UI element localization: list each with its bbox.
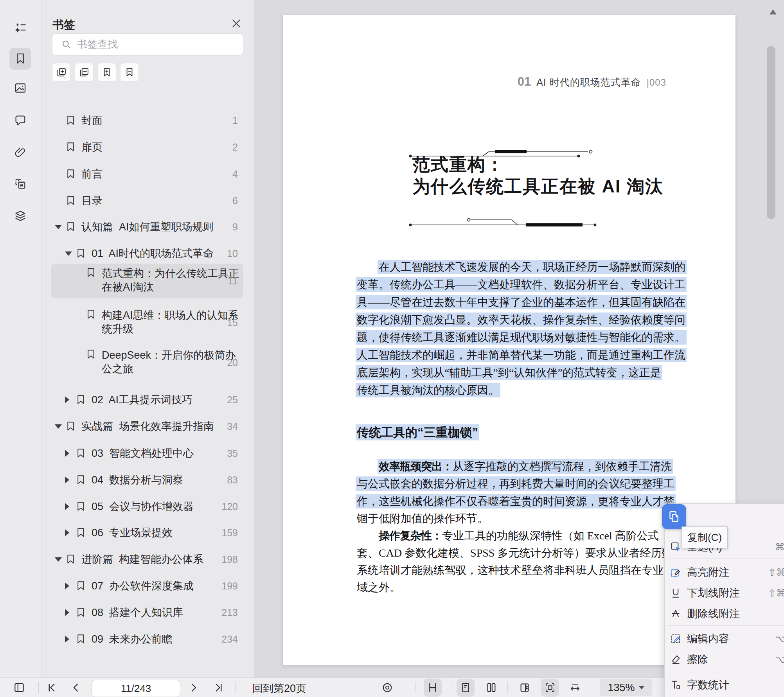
disclosure-right-icon[interactable] xyxy=(65,609,69,616)
bookmark-page-number: 120 xyxy=(221,501,238,512)
bookmark-item[interactable]: 04 数据分析与洞察83 xyxy=(41,471,254,489)
text-line: 变革。传统办公工具——文档处理软件、数据分析平台、专业设计工 xyxy=(357,277,685,292)
two-page-icon[interactable] xyxy=(482,679,500,697)
fit-screen-icon[interactable] xyxy=(541,679,559,697)
view-mode-icon[interactable] xyxy=(378,679,396,697)
bookmark-item[interactable]: 08 搭建个人知识库213 xyxy=(41,603,254,622)
zoom-control[interactable]: 135% xyxy=(600,679,652,696)
copy-tooltip[interactable]: 复制(C) xyxy=(682,526,728,548)
bookmark-item[interactable]: 范式重构：为什么传统工具正 在被AI淘汰11 xyxy=(41,264,254,298)
bookmark-item[interactable]: 目录6 xyxy=(41,191,254,210)
bookmark-label: 进阶篇 构建智能办公体系 xyxy=(81,553,203,566)
bookmark-item[interactable]: 前言4 xyxy=(41,165,254,183)
bookmark-page-number: 15 xyxy=(227,317,238,329)
bookmark-icon xyxy=(85,348,97,361)
bookmark-item[interactable]: 封面1 xyxy=(41,111,254,130)
bookmark-label: 06 专业场景提效 xyxy=(92,526,173,540)
single-page-icon[interactable] xyxy=(457,679,475,697)
rail-comments-icon[interactable] xyxy=(9,110,31,131)
bookmark-label: 认知篇 AI如何重塑职场规则 xyxy=(81,220,214,234)
bookmark-item[interactable]: 认知篇 AI如何重塑职场规则9 xyxy=(41,217,254,236)
text-line: 数字化浪潮下愈发凸显。效率天花板、操作复杂性、经验依赖度等问 xyxy=(357,313,685,327)
bookmark-item[interactable]: 03 智能文档处理中心35 xyxy=(41,444,254,463)
bookmark-item[interactable]: 05 会议与协作增效器120 xyxy=(41,497,254,516)
disclosure-right-icon[interactable] xyxy=(65,476,69,483)
next-page-icon[interactable] xyxy=(185,679,203,697)
copy-button[interactable] xyxy=(662,504,686,529)
bookmark-search[interactable] xyxy=(52,33,243,56)
bookmark-item[interactable]: DeepSeek：开启你的极简办 公之旅20 xyxy=(41,345,254,380)
bookmark-icon xyxy=(65,115,76,128)
thumbnail-panel-icon[interactable] xyxy=(516,679,534,697)
search-icon xyxy=(61,39,72,50)
bookmark-label: 封面 xyxy=(81,114,102,128)
menu-item-erase[interactable]: 擦除⌥E xyxy=(665,650,784,669)
menu-item-word-count[interactable]: 字数统计 xyxy=(665,675,784,695)
rail-images-icon[interactable] xyxy=(9,77,31,99)
document-title-line2: 为什么传统工具正在被 AI 淘汰 xyxy=(412,175,664,198)
close-icon[interactable] xyxy=(228,16,244,31)
last-page-icon[interactable] xyxy=(210,679,228,697)
menu-item-edit-content[interactable]: 编辑内容⌥W xyxy=(665,629,784,648)
left-icon-rail xyxy=(0,0,41,677)
rail-bookmarks-icon[interactable] xyxy=(9,48,31,70)
expand-all-button[interactable] xyxy=(52,63,71,82)
bookmark-item[interactable]: 09 未来办公前瞻234 xyxy=(41,630,254,648)
fit-width-icon[interactable] xyxy=(566,679,584,697)
disclosure-down-icon[interactable] xyxy=(55,557,62,562)
first-page-icon[interactable] xyxy=(43,679,61,697)
bookmark-icon xyxy=(85,309,97,322)
menu-item-strikeout[interactable]: 删除线附注 xyxy=(665,604,784,623)
bookmark-icon xyxy=(75,580,86,593)
disclosure-down-icon[interactable] xyxy=(55,424,62,429)
scroll-up-icon[interactable] xyxy=(770,9,777,14)
bookmark-icon xyxy=(65,420,76,433)
menu-item-label: 高亮附注 xyxy=(687,565,729,579)
menu-item-highlight[interactable]: 高亮附注⇧⌘H xyxy=(665,562,784,582)
rail-page-snapshot-icon[interactable] xyxy=(9,173,31,195)
bookmark-item[interactable]: 06 专业场景提效159 xyxy=(41,523,254,542)
bookmark-item[interactable]: 构建AI思维：职场人的认知系 统升级15 xyxy=(41,305,254,340)
text-line: 锢于低附加值的操作环节。 xyxy=(357,511,488,526)
sidebar-toggle-icon[interactable] xyxy=(10,679,28,697)
scrollbar-thumb[interactable] xyxy=(767,46,775,219)
continuous-scroll-icon[interactable] xyxy=(424,679,442,697)
disclosure-right-icon[interactable] xyxy=(65,450,69,457)
bookmark-page-number: 10 xyxy=(227,248,238,259)
disclosure-down-icon[interactable] xyxy=(65,251,72,256)
menu-divider xyxy=(668,625,784,626)
bookmark-icon xyxy=(75,501,86,514)
chapter-number: 01 xyxy=(518,75,531,89)
disclosure-right-icon[interactable] xyxy=(65,396,69,403)
bookmark-label: 05 会议与协作增效器 xyxy=(92,500,194,514)
disclosure-right-icon[interactable] xyxy=(65,582,69,589)
disclosure-right-icon[interactable] xyxy=(65,636,69,643)
rail-ai-tools-icon[interactable] xyxy=(9,16,31,38)
search-input[interactable] xyxy=(76,38,227,51)
add-bookmark-button[interactable] xyxy=(97,63,116,82)
text-line: 具——尽管在过去数十年中支撑了企业的基本运作，但其固有缺陷在 xyxy=(357,295,685,310)
bookmark-item[interactable]: 02 AI工具提示词技巧25 xyxy=(41,390,254,409)
bookmark-item[interactable]: 07 办公软件深度集成199 xyxy=(41,577,254,595)
previous-page-icon[interactable] xyxy=(67,679,85,697)
bookmark-item[interactable]: 扉页2 xyxy=(41,138,254,156)
disclosure-down-icon[interactable] xyxy=(55,225,62,229)
erase-icon xyxy=(668,652,683,667)
menu-item-underline[interactable]: 下划线附注⇧⌘U xyxy=(665,583,784,603)
disclosure-right-icon[interactable] xyxy=(65,529,69,536)
bookmark-item[interactable]: 实战篇 场景化效率提升指南34 xyxy=(41,417,254,436)
back-to-page-button[interactable]: 回到第20页 xyxy=(252,681,306,695)
bookmark-label: 前言 xyxy=(81,167,102,181)
bookmark-page-number: 1 xyxy=(232,115,238,126)
rail-layers-icon[interactable] xyxy=(9,205,31,227)
disclosure-right-icon[interactable] xyxy=(65,503,69,510)
bookmark-item[interactable]: 01 AI时代的职场范式革命10 xyxy=(41,244,254,263)
collapse-all-button[interactable] xyxy=(75,63,94,82)
bookmark-item[interactable]: 进阶篇 构建智能办公体系198 xyxy=(41,550,254,569)
rail-attachments-icon[interactable] xyxy=(9,142,31,163)
bookmark-label: 03 智能文档处理中心 xyxy=(92,447,194,460)
bookmark-icon xyxy=(65,168,76,181)
remove-bookmark-button[interactable] xyxy=(120,63,139,82)
menu-item-label: 删除线附注 xyxy=(687,607,740,621)
page-indicator-input[interactable] xyxy=(92,680,180,697)
